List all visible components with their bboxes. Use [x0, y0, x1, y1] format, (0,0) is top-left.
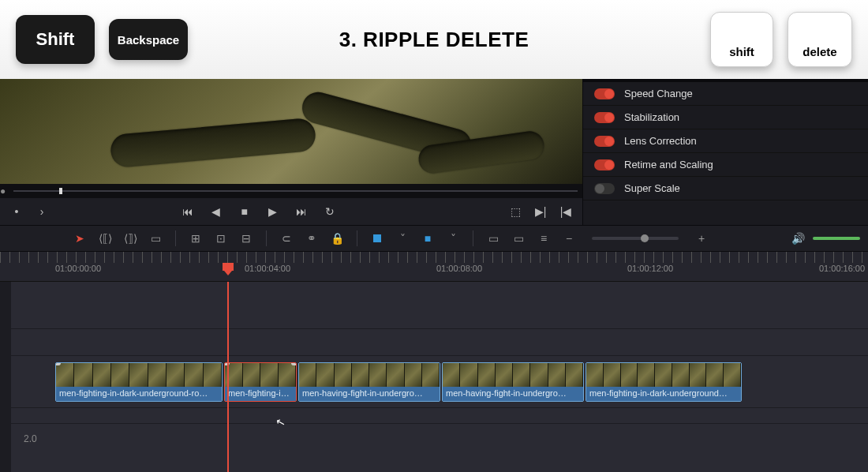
stop-icon[interactable]: ■: [234, 204, 255, 219]
volume-slider[interactable]: [813, 237, 860, 240]
toggle-switch[interactable]: [594, 112, 615, 123]
view-option3-icon[interactable]: ≡: [535, 230, 552, 247]
inspector-row[interactable]: Stabilization: [583, 106, 868, 129]
timeline-clip[interactable]: men-fighting-i…: [224, 362, 297, 402]
track-gutter: [0, 282, 11, 472]
next-clip-icon[interactable]: ⏭: [291, 204, 312, 219]
marker-blue-icon[interactable]: ■: [419, 230, 436, 247]
view-option1-icon[interactable]: ▭: [485, 230, 502, 247]
zoom-slider[interactable]: [592, 237, 679, 240]
ruler-timecode: 01:00:16:00: [819, 264, 865, 273]
inspector-row[interactable]: Retime and Scaling: [583, 153, 868, 177]
audio-track-label: 2.0: [0, 424, 868, 454]
flag-blue-icon[interactable]: [369, 230, 386, 247]
viewer-video[interactable]: [0, 79, 582, 184]
track-gap: [0, 408, 868, 424]
video-track-1[interactable]: men-fighting-in-dark-underground-ro…men-…: [0, 356, 868, 408]
clip-label: men-having-fight-in-undergro…: [443, 387, 583, 401]
timeline-clip[interactable]: men-having-fight-in-undergro…: [298, 362, 440, 402]
playhead-marker[interactable]: [223, 263, 234, 271]
viewer-scrub-bar[interactable]: ●: [0, 184, 582, 198]
step-back-icon[interactable]: ◀: [206, 204, 226, 219]
key-delete-light: delete: [788, 12, 852, 67]
inspector-row-label: Speed Change: [624, 88, 693, 99]
inspector-row-label: Retime and Scaling: [624, 159, 713, 170]
loop-icon[interactable]: ↻: [320, 204, 340, 219]
link-icon[interactable]: ⚭: [303, 230, 320, 247]
prev-clip-icon[interactable]: ⏮: [178, 204, 198, 219]
volume-icon[interactable]: 🔊: [789, 230, 806, 247]
inspector-row[interactable]: Super Scale: [583, 177, 868, 200]
timeline-ruler[interactable]: 01:00:00:0001:00:04:0001:00:08:0001:00:1…: [0, 252, 868, 282]
timeline-clip[interactable]: men-fighting-in-dark-underground…: [586, 362, 742, 402]
clip-label: men-fighting-in-dark-underground-ro…: [56, 387, 222, 401]
snap-icon[interactable]: ⊂: [278, 230, 295, 247]
key-shift-light: shift: [710, 12, 773, 67]
go-next-icon[interactable]: ▶|: [530, 204, 551, 219]
clip-label: men-having-fight-in-undergro…: [299, 387, 440, 401]
go-prev-icon[interactable]: |◀: [556, 204, 576, 219]
timeline-body[interactable]: men-fighting-in-dark-underground-ro…men-…: [0, 282, 868, 472]
match-frame-icon[interactable]: ⬚: [505, 204, 526, 219]
empty-track[interactable]: [0, 282, 868, 329]
timeline-clip[interactable]: men-fighting-in-dark-underground-ro…: [55, 362, 223, 402]
ruler-timecode: 01:00:00:00: [55, 264, 101, 273]
timeline-toolbar: ➤ ⟨⟦⟩ ⟨⟧⟩ ▭ ⊞ ⊡ ⊟ ⊂ ⚭ 🔒 ˅ ■ ˅ ▭ ▭ ≡ − + …: [0, 225, 868, 252]
toggle-switch[interactable]: [594, 88, 615, 99]
play-icon[interactable]: ▶: [263, 204, 283, 219]
ruler-timecode: 01:00:04:00: [245, 264, 290, 273]
insert-icon[interactable]: ⊞: [187, 230, 204, 247]
toggle-switch[interactable]: [594, 159, 615, 170]
ruler-timecode: 01:00:08:00: [436, 264, 482, 273]
transport-chevron-icon[interactable]: ›: [32, 204, 52, 219]
toggle-switch[interactable]: [594, 183, 615, 194]
toggle-switch[interactable]: [594, 136, 615, 147]
replace-icon[interactable]: ⊟: [238, 230, 255, 247]
zoom-in-icon[interactable]: +: [693, 230, 710, 247]
banner-title: 3. RIPPLE DELETE: [339, 28, 529, 52]
chevron-down2-icon[interactable]: ˅: [444, 230, 462, 247]
zoom-out-icon[interactable]: −: [560, 230, 578, 247]
inspector-row[interactable]: Speed Change: [583, 82, 868, 106]
key-shift-dark: Shift: [16, 15, 95, 64]
chevron-down-icon[interactable]: ˅: [394, 230, 411, 247]
transport-bar: • › ⏮ ◀ ■ ▶ ⏭ ↻ ⬚ ▶| |◀: [0, 198, 582, 225]
trim-tool-icon[interactable]: ⟨⟦⟩: [96, 230, 114, 247]
timeline-clip[interactable]: men-having-fight-in-undergro…: [442, 362, 584, 402]
inspector-row[interactable]: Lens Correction: [583, 129, 868, 153]
tutorial-banner: Shift Backspace 3. RIPPLE DELETE shift d…: [0, 0, 868, 79]
lock-icon[interactable]: 🔒: [328, 230, 346, 247]
inspector-row-label: Stabilization: [624, 111, 679, 123]
playhead-line[interactable]: [227, 282, 229, 472]
blade-tool-icon[interactable]: ▭: [147, 230, 164, 247]
key-backspace-dark: Backspace: [109, 19, 188, 60]
trim-tool2-icon[interactable]: ⟨⟧⟩: [122, 230, 139, 247]
view-option2-icon[interactable]: ▭: [510, 230, 527, 247]
overwrite-icon[interactable]: ⊡: [212, 230, 230, 247]
ruler-timecode: 01:00:12:00: [627, 264, 673, 273]
inspector-row-label: Super Scale: [624, 182, 680, 194]
middle-area: ● • › ⏮ ◀ ■ ▶ ⏭ ↻ ⬚ ▶| |◀ Speed ChangeSt…: [0, 79, 868, 225]
inspector-panel: Speed ChangeStabilizationLens Correction…: [582, 79, 868, 225]
empty-track-2[interactable]: [0, 329, 868, 356]
transport-dot-icon[interactable]: •: [6, 204, 27, 219]
viewer-panel: ● • › ⏮ ◀ ■ ▶ ⏭ ↻ ⬚ ▶| |◀: [0, 79, 582, 225]
selection-tool-icon[interactable]: ➤: [71, 230, 88, 247]
clip-label: men-fighting-i…: [225, 387, 296, 401]
inspector-row-label: Lens Correction: [624, 135, 697, 147]
clip-label: men-fighting-in-dark-underground…: [586, 387, 741, 401]
